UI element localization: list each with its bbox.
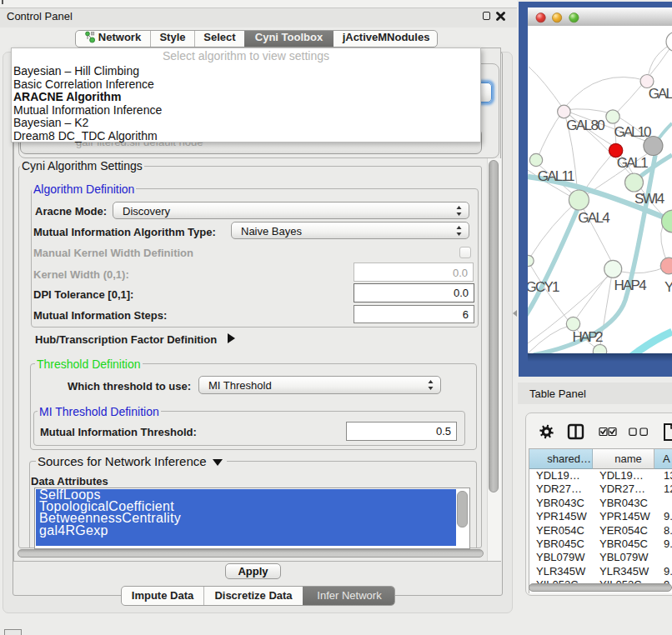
svg-text:GAL80: GAL80 bbox=[566, 118, 605, 133]
svg-text:SWI4: SWI4 bbox=[634, 191, 664, 207]
svg-text:GAL1: GAL1 bbox=[617, 155, 649, 171]
svg-text:GAL7: GAL7 bbox=[649, 86, 672, 102]
svg-text:HAP4: HAP4 bbox=[614, 278, 646, 293]
svg-text:YJ: YJ bbox=[664, 279, 672, 295]
svg-text:GAL4: GAL4 bbox=[578, 210, 610, 226]
svg-text:GCY1: GCY1 bbox=[528, 279, 559, 295]
svg-text:HAP2: HAP2 bbox=[573, 329, 604, 345]
svg-text:GAL10: GAL10 bbox=[614, 124, 652, 140]
svg-text:GAL11: GAL11 bbox=[538, 168, 575, 184]
